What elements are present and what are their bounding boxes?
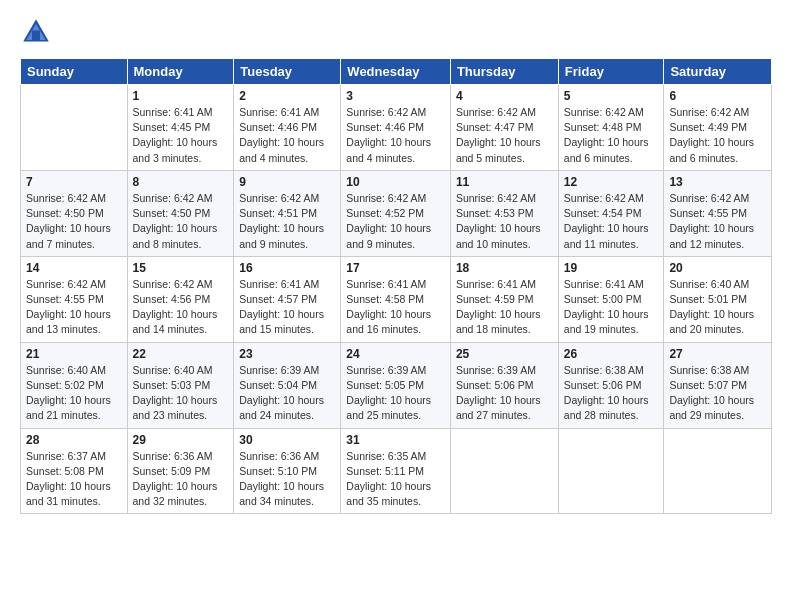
day-number: 22	[133, 347, 229, 361]
day-number: 31	[346, 433, 445, 447]
day-info: Sunrise: 6:42 AM Sunset: 4:54 PM Dayligh…	[564, 191, 659, 252]
day-number: 26	[564, 347, 659, 361]
day-number: 15	[133, 261, 229, 275]
calendar-cell	[664, 428, 772, 514]
calendar-cell	[558, 428, 664, 514]
logo-icon	[20, 16, 52, 48]
logo	[20, 16, 56, 48]
day-number: 28	[26, 433, 122, 447]
calendar-cell: 27Sunrise: 6:38 AM Sunset: 5:07 PM Dayli…	[664, 342, 772, 428]
day-number: 1	[133, 89, 229, 103]
day-info: Sunrise: 6:41 AM Sunset: 4:58 PM Dayligh…	[346, 277, 445, 338]
day-number: 29	[133, 433, 229, 447]
calendar-cell: 25Sunrise: 6:39 AM Sunset: 5:06 PM Dayli…	[450, 342, 558, 428]
calendar-cell: 12Sunrise: 6:42 AM Sunset: 4:54 PM Dayli…	[558, 170, 664, 256]
calendar-cell	[21, 85, 128, 171]
calendar-cell: 11Sunrise: 6:42 AM Sunset: 4:53 PM Dayli…	[450, 170, 558, 256]
day-number: 4	[456, 89, 553, 103]
header	[20, 16, 772, 48]
calendar-cell: 10Sunrise: 6:42 AM Sunset: 4:52 PM Dayli…	[341, 170, 451, 256]
day-info: Sunrise: 6:35 AM Sunset: 5:11 PM Dayligh…	[346, 449, 445, 510]
day-info: Sunrise: 6:38 AM Sunset: 5:07 PM Dayligh…	[669, 363, 766, 424]
day-info: Sunrise: 6:39 AM Sunset: 5:04 PM Dayligh…	[239, 363, 335, 424]
day-number: 27	[669, 347, 766, 361]
day-number: 3	[346, 89, 445, 103]
day-number: 12	[564, 175, 659, 189]
calendar-cell: 20Sunrise: 6:40 AM Sunset: 5:01 PM Dayli…	[664, 256, 772, 342]
calendar-week-row: 21Sunrise: 6:40 AM Sunset: 5:02 PM Dayli…	[21, 342, 772, 428]
day-info: Sunrise: 6:36 AM Sunset: 5:10 PM Dayligh…	[239, 449, 335, 510]
day-info: Sunrise: 6:42 AM Sunset: 4:50 PM Dayligh…	[133, 191, 229, 252]
day-info: Sunrise: 6:42 AM Sunset: 4:47 PM Dayligh…	[456, 105, 553, 166]
calendar-cell: 6Sunrise: 6:42 AM Sunset: 4:49 PM Daylig…	[664, 85, 772, 171]
calendar-cell: 22Sunrise: 6:40 AM Sunset: 5:03 PM Dayli…	[127, 342, 234, 428]
calendar-cell: 9Sunrise: 6:42 AM Sunset: 4:51 PM Daylig…	[234, 170, 341, 256]
page: SundayMondayTuesdayWednesdayThursdayFrid…	[0, 0, 792, 612]
day-info: Sunrise: 6:42 AM Sunset: 4:53 PM Dayligh…	[456, 191, 553, 252]
calendar-cell: 7Sunrise: 6:42 AM Sunset: 4:50 PM Daylig…	[21, 170, 128, 256]
calendar-cell: 4Sunrise: 6:42 AM Sunset: 4:47 PM Daylig…	[450, 85, 558, 171]
day-number: 24	[346, 347, 445, 361]
day-number: 16	[239, 261, 335, 275]
day-number: 13	[669, 175, 766, 189]
day-number: 18	[456, 261, 553, 275]
calendar-cell: 8Sunrise: 6:42 AM Sunset: 4:50 PM Daylig…	[127, 170, 234, 256]
calendar-day-header: Monday	[127, 59, 234, 85]
day-info: Sunrise: 6:42 AM Sunset: 4:55 PM Dayligh…	[26, 277, 122, 338]
day-number: 17	[346, 261, 445, 275]
day-info: Sunrise: 6:40 AM Sunset: 5:03 PM Dayligh…	[133, 363, 229, 424]
day-info: Sunrise: 6:41 AM Sunset: 5:00 PM Dayligh…	[564, 277, 659, 338]
day-info: Sunrise: 6:41 AM Sunset: 4:45 PM Dayligh…	[133, 105, 229, 166]
day-number: 25	[456, 347, 553, 361]
calendar-header-row: SundayMondayTuesdayWednesdayThursdayFrid…	[21, 59, 772, 85]
calendar-cell: 5Sunrise: 6:42 AM Sunset: 4:48 PM Daylig…	[558, 85, 664, 171]
day-number: 19	[564, 261, 659, 275]
day-number: 14	[26, 261, 122, 275]
day-number: 6	[669, 89, 766, 103]
calendar-cell: 14Sunrise: 6:42 AM Sunset: 4:55 PM Dayli…	[21, 256, 128, 342]
calendar-day-header: Tuesday	[234, 59, 341, 85]
calendar-cell: 17Sunrise: 6:41 AM Sunset: 4:58 PM Dayli…	[341, 256, 451, 342]
day-info: Sunrise: 6:42 AM Sunset: 4:46 PM Dayligh…	[346, 105, 445, 166]
day-number: 23	[239, 347, 335, 361]
day-info: Sunrise: 6:41 AM Sunset: 4:46 PM Dayligh…	[239, 105, 335, 166]
day-number: 11	[456, 175, 553, 189]
day-info: Sunrise: 6:37 AM Sunset: 5:08 PM Dayligh…	[26, 449, 122, 510]
day-number: 20	[669, 261, 766, 275]
calendar-cell: 15Sunrise: 6:42 AM Sunset: 4:56 PM Dayli…	[127, 256, 234, 342]
calendar-cell: 30Sunrise: 6:36 AM Sunset: 5:10 PM Dayli…	[234, 428, 341, 514]
day-info: Sunrise: 6:42 AM Sunset: 4:52 PM Dayligh…	[346, 191, 445, 252]
day-number: 9	[239, 175, 335, 189]
day-number: 8	[133, 175, 229, 189]
calendar-cell: 29Sunrise: 6:36 AM Sunset: 5:09 PM Dayli…	[127, 428, 234, 514]
day-info: Sunrise: 6:42 AM Sunset: 4:55 PM Dayligh…	[669, 191, 766, 252]
svg-rect-2	[32, 30, 40, 40]
day-info: Sunrise: 6:40 AM Sunset: 5:02 PM Dayligh…	[26, 363, 122, 424]
day-number: 7	[26, 175, 122, 189]
calendar-day-header: Friday	[558, 59, 664, 85]
calendar-cell: 24Sunrise: 6:39 AM Sunset: 5:05 PM Dayli…	[341, 342, 451, 428]
calendar-cell: 31Sunrise: 6:35 AM Sunset: 5:11 PM Dayli…	[341, 428, 451, 514]
day-info: Sunrise: 6:39 AM Sunset: 5:06 PM Dayligh…	[456, 363, 553, 424]
day-info: Sunrise: 6:42 AM Sunset: 4:56 PM Dayligh…	[133, 277, 229, 338]
calendar-cell: 2Sunrise: 6:41 AM Sunset: 4:46 PM Daylig…	[234, 85, 341, 171]
day-info: Sunrise: 6:42 AM Sunset: 4:49 PM Dayligh…	[669, 105, 766, 166]
calendar-day-header: Saturday	[664, 59, 772, 85]
calendar-cell: 1Sunrise: 6:41 AM Sunset: 4:45 PM Daylig…	[127, 85, 234, 171]
calendar-cell: 13Sunrise: 6:42 AM Sunset: 4:55 PM Dayli…	[664, 170, 772, 256]
day-number: 2	[239, 89, 335, 103]
calendar-day-header: Sunday	[21, 59, 128, 85]
day-number: 21	[26, 347, 122, 361]
day-info: Sunrise: 6:38 AM Sunset: 5:06 PM Dayligh…	[564, 363, 659, 424]
calendar-week-row: 14Sunrise: 6:42 AM Sunset: 4:55 PM Dayli…	[21, 256, 772, 342]
calendar-cell: 16Sunrise: 6:41 AM Sunset: 4:57 PM Dayli…	[234, 256, 341, 342]
calendar-week-row: 7Sunrise: 6:42 AM Sunset: 4:50 PM Daylig…	[21, 170, 772, 256]
day-info: Sunrise: 6:42 AM Sunset: 4:51 PM Dayligh…	[239, 191, 335, 252]
calendar-cell: 26Sunrise: 6:38 AM Sunset: 5:06 PM Dayli…	[558, 342, 664, 428]
calendar-day-header: Wednesday	[341, 59, 451, 85]
day-info: Sunrise: 6:39 AM Sunset: 5:05 PM Dayligh…	[346, 363, 445, 424]
day-info: Sunrise: 6:41 AM Sunset: 4:59 PM Dayligh…	[456, 277, 553, 338]
calendar-week-row: 1Sunrise: 6:41 AM Sunset: 4:45 PM Daylig…	[21, 85, 772, 171]
day-info: Sunrise: 6:42 AM Sunset: 4:50 PM Dayligh…	[26, 191, 122, 252]
calendar-cell: 21Sunrise: 6:40 AM Sunset: 5:02 PM Dayli…	[21, 342, 128, 428]
